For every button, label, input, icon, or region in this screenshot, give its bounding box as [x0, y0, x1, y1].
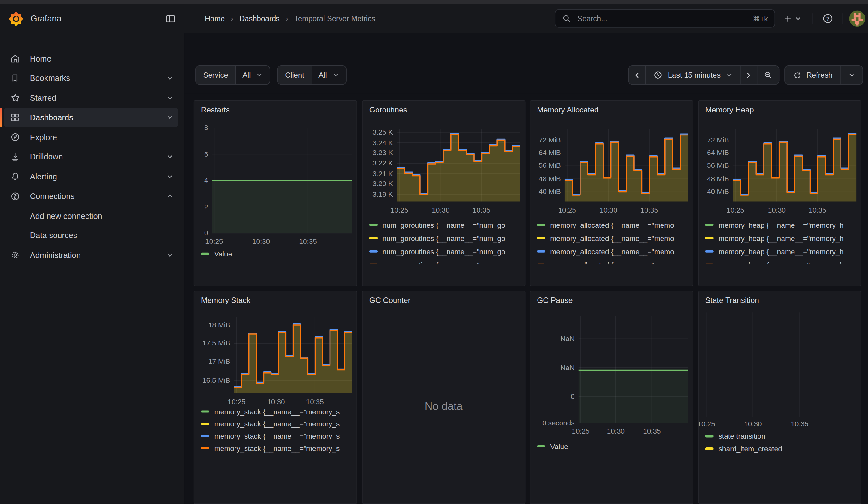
panel-title[interactable]: Memory Heap [705, 105, 754, 114]
time-shift-back-button[interactable] [628, 65, 646, 85]
sidebar-item-explore[interactable]: Explore [4, 127, 178, 146]
y-axis-tick-label: 16.5 MiB [194, 376, 230, 384]
dashboard-controls-bar: Service All Client All Last 15 minutes [184, 59, 868, 94]
sidebar-item-drilldown[interactable]: Drilldown [4, 147, 178, 166]
chevron-down-icon [794, 15, 802, 22]
legend-series-dash-icon [369, 224, 378, 226]
legend-item[interactable]: memory_allocated {__name__="memo [537, 218, 690, 232]
panel-title[interactable]: Memory Allocated [537, 105, 598, 114]
service-filter[interactable]: Service All [195, 65, 270, 85]
client-filter-value[interactable]: All [312, 66, 345, 84]
legend-label: memory_heap {__name__="memory_h [719, 260, 844, 264]
legend-item[interactable]: memory_heap {__name__="memory_h [705, 218, 859, 232]
panel-title[interactable]: State Transition [705, 296, 759, 305]
chevron-down-icon[interactable] [166, 172, 174, 180]
chart-memory-allocated: 72 MiB64 MiB56 MiB48 MiB40 MiB10:2510:30… [530, 101, 693, 286]
search-input[interactable] [576, 14, 748, 23]
legend-item[interactable]: memory_allocated {__name__="memo [537, 232, 690, 245]
legend-label: memory_allocated {__name__="memo [550, 234, 674, 242]
panel-title[interactable]: Goroutines [369, 105, 407, 114]
chevron-down-icon[interactable] [166, 251, 174, 259]
legend-item[interactable]: memory_allocated {__name__="memo [537, 258, 690, 264]
sidebar-item-home[interactable]: Home [4, 49, 178, 68]
zoom-out-button[interactable] [757, 65, 779, 85]
panel-gc-pause: GC Pause NaNNaN00 seconds10:2510:3010:35… [530, 291, 693, 504]
legend-item[interactable]: num_goroutines {__name__="num_go [369, 232, 523, 245]
sidebar-item-data-sources[interactable]: Data sources [4, 226, 178, 245]
filter-label: Client [278, 66, 312, 84]
plot-area[interactable] [397, 128, 520, 202]
legend-item[interactable]: num_goroutines {__name__="num_go [369, 258, 523, 264]
sidebar-item-add-new-connection[interactable]: Add new connection [4, 206, 178, 225]
sidebar-item-administration[interactable]: Administration [4, 246, 178, 265]
legend-item[interactable]: num_goroutines {__name__="num_go [369, 245, 523, 258]
legend-series-dash-icon [201, 434, 209, 437]
legend-item[interactable]: memory_stack {__name__="memory_s [201, 405, 354, 418]
add-menu-button[interactable] [783, 4, 802, 33]
legend-item[interactable]: memory_heap {__name__="memory_h [705, 258, 859, 264]
plot-area[interactable] [579, 316, 688, 423]
user-avatar[interactable] [849, 10, 865, 27]
legend-item[interactable]: memory_allocated {__name__="memo [537, 245, 690, 258]
breadcrumb-dashboards[interactable]: Dashboards [239, 14, 280, 23]
chevron-down-icon[interactable] [166, 74, 174, 82]
legend-label: memory_allocated {__name__="memo [550, 221, 674, 229]
legend-item[interactable]: memory_stack {__name__="memory_s [201, 430, 354, 442]
brand-name: Grafana [30, 13, 61, 24]
refresh-button[interactable]: Refresh [785, 66, 840, 84]
sidebar-toggle-icon[interactable] [165, 13, 176, 24]
legend-item[interactable]: memory_stack {__name__="memory_s [201, 418, 354, 430]
y-axis-tick-label: 3.19 K [363, 190, 393, 198]
legend-item[interactable]: shard_item_created [705, 442, 859, 455]
search-box[interactable]: ⌘+k [555, 10, 775, 28]
legend-item[interactable]: memory_heap {__name__="memory_h [705, 232, 859, 245]
legend: Value [201, 247, 354, 260]
legend-item[interactable]: memory_heap {__name__="memory_h [705, 245, 859, 258]
sidebar-item-starred[interactable]: Starred [4, 89, 178, 107]
search-shortcut: ⌘+k [753, 14, 768, 23]
legend-series-dash-icon [369, 250, 378, 253]
y-axis-tick-label: 3.20 K [363, 180, 393, 188]
panel-title[interactable]: GC Pause [537, 296, 572, 305]
x-axis-tick-label: 10:35 [790, 420, 808, 428]
time-shift-forward-button[interactable] [740, 65, 757, 85]
chevron-down-icon[interactable] [166, 114, 174, 122]
refresh-interval-caret[interactable] [840, 66, 862, 84]
sidebar-item-connections[interactable]: Connections [4, 187, 178, 206]
sidebar-item-dashboards[interactable]: Dashboards [4, 108, 178, 127]
chevron-down-icon [332, 71, 339, 79]
panel-title[interactable]: GC Counter [369, 296, 411, 305]
panel-memory-heap: Memory Heap 72 MiB64 MiB56 MiB48 MiB40 M… [698, 100, 861, 286]
legend-item[interactable]: num_goroutines {__name__="num_go [369, 218, 523, 232]
service-filter-value[interactable]: All [236, 66, 270, 84]
plot-area[interactable] [212, 128, 352, 233]
sidebar-item-bookmarks[interactable]: Bookmarks [4, 69, 178, 88]
panel-title[interactable]: Memory Stack [201, 296, 251, 305]
chevron-down-icon[interactable] [166, 153, 174, 161]
x-axis-tick-label: 10:35 [640, 206, 658, 214]
legend: Value [537, 440, 690, 453]
plot-area[interactable] [701, 312, 856, 416]
sidebar-item-alerting[interactable]: Alerting [4, 167, 178, 186]
plot-area[interactable] [234, 317, 352, 393]
plot-area[interactable] [733, 128, 856, 202]
legend-item[interactable]: state transition [705, 430, 859, 442]
legend-item[interactable]: Value [537, 440, 690, 453]
plot-area[interactable] [565, 128, 688, 202]
star-icon [9, 92, 21, 104]
chevron-down-icon[interactable] [166, 94, 174, 102]
legend-series-dash-icon [705, 224, 713, 226]
help-button[interactable]: ? [822, 4, 834, 33]
sidebar-item-label: Starred [30, 93, 56, 102]
chevron-up-icon[interactable] [166, 192, 174, 200]
panel-goroutines: Goroutines 3.25 K3.24 K3.23 K3.22 K3.21 … [362, 100, 525, 286]
y-axis-tick-label: 64 MiB [699, 148, 729, 157]
legend-item[interactable]: memory_stack {__name__="memory_s [201, 442, 354, 454]
grafana-logo-icon[interactable] [9, 11, 23, 26]
chart-gc-pause: NaNNaN00 seconds10:2510:3010:35Value [530, 291, 693, 504]
breadcrumb-home[interactable]: Home [205, 14, 225, 23]
panel-title[interactable]: Restarts [201, 105, 230, 114]
time-range-picker[interactable]: Last 15 minutes [646, 65, 741, 85]
legend-item[interactable]: Value [201, 247, 354, 260]
client-filter[interactable]: Client All [277, 65, 346, 85]
